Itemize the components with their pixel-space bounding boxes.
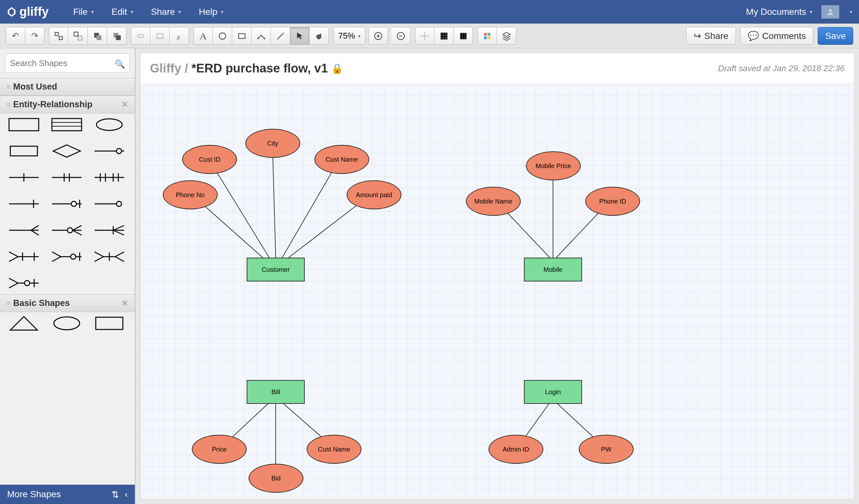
- zoom-in-icon: [373, 31, 383, 41]
- document-title[interactable]: *ERD purchase flow, v1: [192, 62, 328, 75]
- svg-marker-93: [10, 317, 37, 330]
- share-button[interactable]: ↪Share: [686, 27, 736, 45]
- canvas-area: Gliffy / *ERD purchase flow, v1 🔒 Draft …: [135, 48, 859, 504]
- attr-bid[interactable]: Bid: [248, 464, 303, 493]
- shape-conn-oo[interactable]: [94, 143, 125, 159]
- ungroup-button[interactable]: [69, 27, 88, 45]
- shape-conn-crow-one[interactable]: [94, 222, 125, 238]
- pan-tool-button[interactable]: [310, 27, 329, 45]
- user-avatar[interactable]: [821, 5, 840, 19]
- attr-cust-name[interactable]: Cust Name: [314, 145, 369, 174]
- shape-entity-row[interactable]: [51, 116, 82, 133]
- guides-button[interactable]: [454, 27, 473, 45]
- attr-phone-no[interactable]: Phone No: [163, 180, 218, 209]
- grid-icon: [439, 31, 449, 41]
- collapse-sidebar-icon[interactable]: ‹: [125, 489, 128, 500]
- shape-conn-crow-crow[interactable]: [94, 249, 125, 265]
- svg-point-12: [219, 33, 226, 39]
- close-icon[interactable]: ✕: [121, 298, 128, 308]
- entity-bill[interactable]: Bill: [247, 380, 305, 404]
- canvas[interactable]: Customer Phone No Cust ID City Cust Name…: [140, 84, 855, 500]
- undo-button[interactable]: ↶: [6, 27, 25, 45]
- select-tool-button[interactable]: [290, 27, 310, 45]
- shape-conn-one-crow-l[interactable]: [9, 249, 39, 265]
- menu-share[interactable]: Share▼: [151, 7, 182, 17]
- link-button[interactable]: [131, 27, 150, 45]
- lock-icon: 🔒: [331, 63, 343, 74]
- shape-triangle[interactable]: [9, 315, 39, 331]
- search-input[interactable]: [5, 53, 130, 73]
- shape-conn-one-one[interactable]: [51, 169, 82, 186]
- panel-most-used[interactable]: ≡ Most Used: [0, 78, 135, 96]
- ellipse-tool-button[interactable]: [213, 27, 232, 45]
- popup-button[interactable]: [150, 27, 170, 45]
- clear-format-button[interactable]: [170, 27, 189, 45]
- layers-button[interactable]: [497, 27, 516, 45]
- close-icon[interactable]: ✕: [121, 99, 128, 110]
- menu-help[interactable]: Help▼: [199, 7, 224, 17]
- entity-customer[interactable]: Customer: [247, 258, 305, 282]
- attr-amount-paid[interactable]: Amount paid: [347, 180, 402, 209]
- redo-button[interactable]: ↷: [25, 27, 45, 45]
- rect-tool-button[interactable]: [232, 27, 252, 45]
- attr-cust-id[interactable]: Cust ID: [182, 145, 237, 174]
- attr-mobile-name[interactable]: Mobile Name: [466, 187, 521, 216]
- shape-conn-o-one[interactable]: [51, 196, 82, 212]
- shape-conn-plus[interactable]: [9, 196, 39, 212]
- attr-mobile-price[interactable]: Mobile Price: [526, 151, 581, 180]
- svg-rect-2: [74, 32, 78, 36]
- top-menus: File▼ Edit▼ Share▼ Help▼: [73, 7, 224, 17]
- send-back-button[interactable]: [88, 27, 107, 45]
- theme-button[interactable]: [478, 27, 497, 45]
- more-shapes-link[interactable]: More Shapes: [7, 489, 61, 500]
- attr-admin-id[interactable]: Admin ID: [488, 435, 543, 464]
- text-tool-button[interactable]: A: [194, 27, 213, 45]
- entity-mobile[interactable]: Mobile: [524, 258, 582, 282]
- attr-pw[interactable]: PW: [579, 435, 634, 464]
- save-button[interactable]: Save: [818, 27, 853, 45]
- entity-login[interactable]: Login: [524, 380, 582, 404]
- attr-cust-name-2[interactable]: Cust Name: [307, 435, 361, 464]
- collapse-icon[interactable]: ⇅: [111, 489, 119, 500]
- shape-conn-crow[interactable]: [9, 222, 39, 238]
- shape-relationship[interactable]: [51, 143, 82, 159]
- chevron-down-icon: ▼: [220, 9, 224, 15]
- snap-button[interactable]: [415, 27, 434, 45]
- shape-ellipse[interactable]: [51, 315, 82, 331]
- zoom-out-button[interactable]: [391, 27, 410, 45]
- shape-conn-crow-o-one[interactable]: [9, 275, 39, 291]
- shape-conn-many-one[interactable]: [94, 169, 125, 186]
- menu-file[interactable]: File▼: [73, 7, 95, 17]
- my-documents[interactable]: My Documents▼: [746, 7, 814, 17]
- line-tool-button[interactable]: [271, 27, 290, 45]
- svg-point-78: [71, 254, 76, 259]
- bring-front-button[interactable]: [107, 27, 126, 45]
- svg-line-82: [94, 252, 104, 257]
- svg-rect-1: [59, 36, 62, 40]
- attr-price[interactable]: Price: [192, 435, 247, 464]
- zoom-select[interactable]: 75%▾: [333, 27, 365, 45]
- shape-entity[interactable]: [9, 116, 39, 133]
- group-button[interactable]: [49, 27, 69, 45]
- menu-edit[interactable]: Edit▼: [111, 7, 134, 17]
- guides-icon: [458, 31, 468, 41]
- attr-phone-id[interactable]: Phone ID: [585, 187, 640, 216]
- connector-icon: [256, 31, 266, 41]
- attr-city[interactable]: City: [245, 129, 300, 158]
- shape-conn-o-crow-l[interactable]: [51, 249, 82, 265]
- shape-attribute[interactable]: [94, 116, 125, 133]
- grid-button[interactable]: [434, 27, 454, 45]
- comments-button[interactable]: 💬Comments: [740, 27, 813, 45]
- connector-tool-button[interactable]: [252, 27, 271, 45]
- chevron-down-icon: ▼: [809, 9, 813, 15]
- shape-conn-one[interactable]: [9, 169, 39, 186]
- shape-weak-entity[interactable]: [9, 143, 39, 159]
- shape-conn-zero[interactable]: [94, 196, 125, 212]
- app-logo: gliffy: [6, 5, 49, 19]
- shape-rectangle[interactable]: [94, 315, 125, 331]
- panel-basic-shapes[interactable]: ≡ Basic Shapes ✕: [0, 294, 135, 312]
- zoom-in-button[interactable]: [368, 27, 388, 45]
- panel-entity-relationship[interactable]: ≡ Entity-Relationship ✕: [0, 96, 135, 113]
- canvas-header: Gliffy / *ERD purchase flow, v1 🔒 Draft …: [140, 53, 855, 84]
- shape-conn-crow-o[interactable]: [51, 222, 82, 238]
